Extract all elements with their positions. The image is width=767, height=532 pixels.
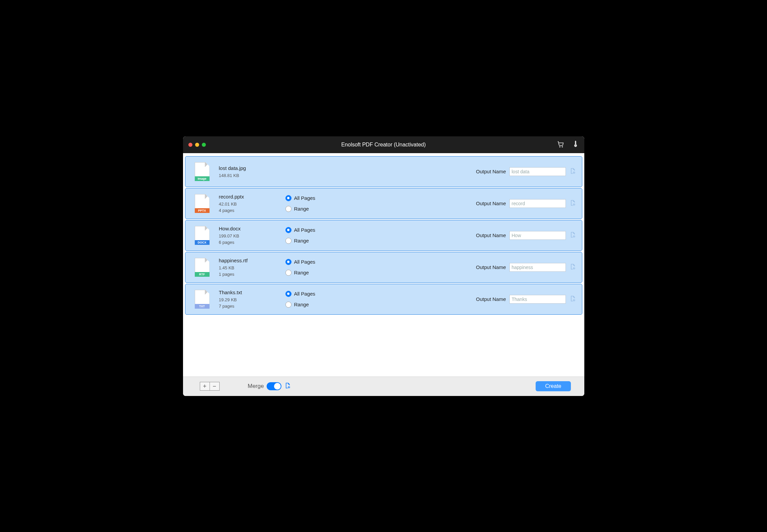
file-name: lost data.jpg — [219, 165, 276, 171]
file-row[interactable]: PPTX record.pptx 42.01 KB 4 pages All Pa… — [185, 188, 582, 219]
output-name-label: Output Name — [476, 232, 506, 238]
output-group: Output Name — [476, 231, 576, 240]
all-pages-radio[interactable]: All Pages — [285, 195, 336, 201]
file-settings-icon[interactable] — [569, 231, 576, 239]
file-page-count: 4 pages — [219, 208, 276, 213]
all-pages-radio[interactable]: All Pages — [285, 227, 336, 233]
svg-point-3 — [573, 172, 575, 173]
file-page-count: 1 pages — [219, 272, 276, 277]
svg-point-7 — [573, 300, 575, 301]
window-zoom-button[interactable] — [202, 143, 206, 147]
svg-point-1 — [562, 146, 562, 147]
file-type-tag: Image — [195, 176, 210, 181]
output-group: Output Name — [476, 167, 576, 176]
all-pages-radio[interactable]: All Pages — [285, 291, 336, 297]
window-title: Enolsoft PDF Creator (Unactivated) — [341, 142, 426, 148]
svg-point-5 — [573, 236, 575, 237]
file-meta: record.pptx 42.01 KB 4 pages — [219, 194, 276, 213]
file-name: happiness.rtf — [219, 258, 276, 263]
merge-label: Merge — [248, 383, 264, 390]
thermometer-icon[interactable] — [572, 140, 579, 149]
window-minimize-button[interactable] — [195, 143, 199, 147]
page-range-options: All Pages Range — [285, 227, 336, 244]
file-type-icon: RTF — [195, 258, 210, 277]
file-meta: happiness.rtf 1.45 KB 1 pages — [219, 258, 276, 277]
file-type-tag: RTF — [195, 272, 210, 277]
output-name-input[interactable] — [509, 231, 566, 240]
output-name-input[interactable] — [509, 263, 566, 272]
svg-point-4 — [573, 204, 575, 205]
footer-toolbar: + − Merge Create — [183, 376, 584, 396]
remove-file-button[interactable]: − — [210, 382, 220, 391]
file-size: 19.29 KB — [219, 297, 276, 302]
file-meta: How.docx 199.07 KB 6 pages — [219, 226, 276, 245]
file-type-icon: TXT — [195, 290, 210, 309]
output-name-label: Output Name — [476, 296, 506, 302]
window-controls — [188, 143, 206, 147]
output-group: Output Name — [476, 199, 576, 208]
cart-icon[interactable] — [557, 140, 564, 149]
titlebar: Enolsoft PDF Creator (Unactivated) — [183, 136, 584, 153]
svg-point-6 — [573, 268, 575, 269]
file-name: record.pptx — [219, 194, 276, 200]
range-radio[interactable]: Range — [285, 206, 336, 212]
page-range-options: All Pages Range — [285, 259, 336, 276]
file-type-icon: PPTX — [195, 194, 210, 213]
range-radio[interactable]: Range — [285, 270, 336, 276]
file-size: 148.81 KB — [219, 173, 276, 178]
merge-toggle[interactable] — [267, 382, 281, 390]
file-type-icon: DOCX — [195, 226, 210, 245]
file-type-tag: DOCX — [195, 240, 210, 245]
file-type-tag: TXT — [195, 304, 210, 309]
svg-point-0 — [559, 146, 560, 147]
svg-point-8 — [288, 387, 289, 388]
file-page-count: 7 pages — [219, 304, 276, 309]
file-row[interactable]: TXT Thanks.txt 19.29 KB 7 pages All Page… — [185, 284, 582, 315]
output-name-label: Output Name — [476, 169, 506, 174]
add-file-button[interactable]: + — [200, 382, 210, 391]
file-meta: lost data.jpg 148.81 KB — [219, 165, 276, 178]
file-settings-icon[interactable] — [569, 168, 576, 176]
file-row[interactable]: RTF happiness.rtf 1.45 KB 1 pages All Pa… — [185, 252, 582, 283]
file-row[interactable]: Image lost data.jpg 148.81 KB Output Nam… — [185, 156, 582, 187]
range-radio[interactable]: Range — [285, 238, 336, 244]
add-remove-group: + − — [200, 382, 220, 391]
file-row[interactable]: DOCX How.docx 199.07 KB 6 pages All Page… — [185, 220, 582, 251]
file-settings-icon[interactable] — [569, 200, 576, 208]
file-size: 199.07 KB — [219, 233, 276, 238]
app-window: Enolsoft PDF Creator (Unactivated) Image — [183, 136, 584, 396]
file-list: Image lost data.jpg 148.81 KB Output Nam… — [183, 153, 584, 318]
all-pages-radio[interactable]: All Pages — [285, 259, 336, 265]
file-size: 42.01 KB — [219, 202, 276, 207]
output-name-input[interactable] — [509, 167, 566, 176]
create-button[interactable]: Create — [536, 381, 571, 391]
page-range-options: All Pages Range — [285, 195, 336, 212]
output-name-input[interactable] — [509, 199, 566, 208]
merge-settings-icon[interactable] — [284, 382, 291, 390]
output-name-label: Output Name — [476, 201, 506, 206]
range-radio[interactable]: Range — [285, 302, 336, 308]
svg-point-2 — [575, 145, 576, 146]
page-range-options: All Pages Range — [285, 291, 336, 308]
window-close-button[interactable] — [188, 143, 192, 147]
file-settings-icon[interactable] — [569, 295, 576, 303]
output-name-label: Output Name — [476, 264, 506, 270]
file-type-icon: Image — [195, 162, 210, 181]
file-name: Thanks.txt — [219, 290, 276, 295]
output-group: Output Name — [476, 295, 576, 304]
file-type-tag: PPTX — [195, 208, 210, 213]
output-group: Output Name — [476, 263, 576, 272]
file-settings-icon[interactable] — [569, 263, 576, 271]
empty-area — [183, 318, 584, 376]
file-size: 1.45 KB — [219, 265, 276, 270]
file-name: How.docx — [219, 226, 276, 231]
file-meta: Thanks.txt 19.29 KB 7 pages — [219, 290, 276, 309]
output-name-input[interactable] — [509, 295, 566, 304]
file-page-count: 6 pages — [219, 240, 276, 245]
